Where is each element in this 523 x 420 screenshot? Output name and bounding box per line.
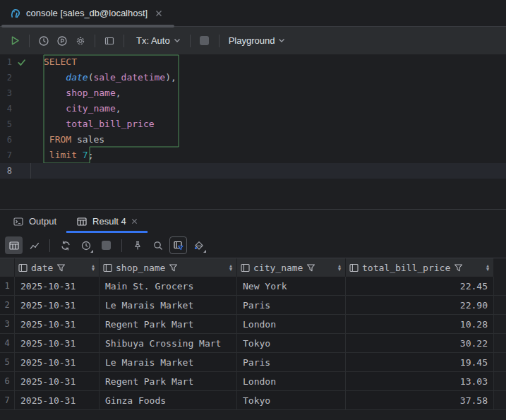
run-query-button[interactable] <box>6 32 24 50</box>
row-number[interactable]: 3 <box>0 315 15 333</box>
column-header-date[interactable]: date ▴▾ <box>15 258 100 277</box>
table-cell[interactable]: Le Marais Market <box>100 296 237 314</box>
editor-line[interactable]: 1SELECT <box>0 54 506 70</box>
playground-dropdown[interactable]: Playground <box>224 32 290 50</box>
table-row[interactable]: 32025-10-31Regent Park MartLondon10.28 <box>0 315 506 334</box>
row-number[interactable]: 7 <box>0 391 15 409</box>
table-cell[interactable]: 2025-10-31 <box>15 353 100 371</box>
editor-line[interactable]: 6 FROM sales <box>0 132 506 148</box>
editor-line[interactable]: 2 date(sale_datetime), <box>0 70 506 85</box>
pin-tab-button[interactable] <box>128 236 146 254</box>
table-cell[interactable]: 2025-10-31 <box>15 334 100 352</box>
table-cell[interactable]: New York <box>237 277 346 295</box>
table-cell[interactable]: 22.90 <box>346 296 494 314</box>
table-cell[interactable]: Paris <box>237 353 346 371</box>
sort-toggle-icon[interactable]: ▴▾ <box>229 264 232 271</box>
table-row[interactable]: 52025-10-31Le Marais MarketParis19.45 <box>0 353 506 372</box>
table-cell[interactable]: London <box>237 315 346 333</box>
parameters-button[interactable] <box>53 32 71 50</box>
close-tab-icon[interactable] <box>155 10 162 17</box>
table-cell[interactable]: 37.58 <box>346 391 494 409</box>
table-row[interactable]: 62025-10-31Regent Park MartLondon13.03 <box>0 372 506 391</box>
tab-output[interactable]: Output <box>3 210 66 233</box>
table-cell[interactable]: 22.45 <box>346 277 494 295</box>
row-number[interactable]: 4 <box>0 334 15 352</box>
tab-result-4[interactable]: Result 4 <box>66 210 148 233</box>
table-cell[interactable]: Ginza Foods <box>100 391 237 409</box>
close-tab-icon[interactable] <box>131 218 138 224</box>
column-header-total-bill-price[interactable]: total_bill_price ▴▾ <box>346 258 494 277</box>
find-button[interactable] <box>149 236 167 254</box>
grid-view-button[interactable] <box>5 236 23 254</box>
tx-mode-dropdown[interactable]: Tx: Auto <box>132 32 185 50</box>
table-cell[interactable]: 2025-10-31 <box>15 296 100 314</box>
toolbar-separator <box>124 35 124 47</box>
table-cell[interactable]: 2025-10-31 <box>15 315 100 333</box>
editor-line[interactable]: 3 shop_name, <box>0 85 506 101</box>
chart-view-button[interactable] <box>25 236 43 254</box>
filter-button[interactable] <box>169 236 187 254</box>
row-filler <box>494 391 506 409</box>
table-row[interactable]: 12025-10-31Main St. GrocersNew York22.45 <box>0 277 506 296</box>
query-history-button[interactable] <box>35 32 53 50</box>
appearance-button[interactable] <box>190 236 208 254</box>
table-cell[interactable]: London <box>237 372 346 390</box>
table-cell[interactable]: 10.28 <box>346 315 494 333</box>
settings-button[interactable] <box>71 32 90 50</box>
console-tab[interactable]: console [sales_db@localhost] <box>0 0 169 26</box>
column-header-shop-name[interactable]: shop_name ▴▾ <box>100 258 237 277</box>
editor-line[interactable]: 4 city_name, <box>0 101 506 116</box>
column-label: date <box>31 263 53 273</box>
filter-funnel-icon[interactable] <box>454 263 463 272</box>
table-cell[interactable]: Regent Park Mart <box>100 315 237 333</box>
table-cell[interactable]: Paris <box>237 296 346 314</box>
column-header-city-name[interactable]: city_name ▴▾ <box>237 258 346 277</box>
row-number[interactable]: 1 <box>0 277 15 295</box>
row-number[interactable]: 2 <box>0 296 15 314</box>
table-row[interactable]: 42025-10-31Shibuya Crossing MartTokyo30.… <box>0 334 506 353</box>
table-cell[interactable]: Shibuya Crossing Mart <box>100 334 237 352</box>
editor-line[interactable]: 5 total_bill_price <box>0 116 506 132</box>
column-label: city_name <box>253 263 303 273</box>
filter-funnel-icon[interactable] <box>169 263 178 272</box>
row-filler <box>494 334 506 352</box>
dropdown-corner <box>203 250 206 253</box>
tab-result-label: Result 4 <box>92 216 126 227</box>
terminal-icon <box>13 216 24 227</box>
table-cell[interactable]: 13.03 <box>346 372 494 390</box>
ide-window: console [sales_db@localhost] <box>0 0 506 420</box>
table-row[interactable]: 72025-10-31Ginza FoodsTokyo37.58 <box>0 391 506 410</box>
table-cell[interactable]: Le Marais Market <box>100 353 237 371</box>
table-cell[interactable]: Tokyo <box>237 391 346 409</box>
table-cell[interactable]: 2025-10-31 <box>15 372 100 390</box>
sort-toggle-icon[interactable]: ▴▾ <box>92 264 95 271</box>
table-cell[interactable]: Tokyo <box>237 334 346 352</box>
editor-line[interactable]: 7 limit 7; <box>0 148 506 163</box>
sql-editor[interactable]: 1SELECT2 date(sale_datetime),3 shop_name… <box>0 54 506 209</box>
row-number[interactable]: 6 <box>0 372 15 390</box>
editor-line[interactable]: 8 <box>0 163 506 179</box>
table-cell[interactable]: 2025-10-31 <box>15 391 100 409</box>
table-cell[interactable]: 30.22 <box>346 334 494 352</box>
statement-success-check-icon[interactable] <box>17 58 26 67</box>
table-cell[interactable]: 19.45 <box>346 353 494 371</box>
filter-funnel-icon[interactable] <box>306 263 315 272</box>
table-row[interactable]: 22025-10-31Le Marais MarketParis22.90 <box>0 296 506 315</box>
grid-header-row: date ▴▾ shop_name ▴▾ city_name ▴▾ total_… <box>0 258 506 277</box>
sort-toggle-icon[interactable]: ▴▾ <box>338 264 341 271</box>
dropdown-corner <box>90 250 93 253</box>
stop-square-icon <box>200 36 209 45</box>
tab-scrollbar-thumb[interactable] <box>1 25 174 28</box>
toolbar-separator <box>29 35 30 47</box>
row-number[interactable]: 5 <box>0 353 15 371</box>
filter-funnel-icon[interactable] <box>56 263 66 272</box>
grid-corner-cell[interactable] <box>0 258 15 277</box>
reload-button[interactable] <box>56 236 74 254</box>
editor-gutter: 1 <box>0 54 44 70</box>
table-cell[interactable]: Regent Park Mart <box>100 372 237 390</box>
sort-toggle-icon[interactable]: ▴▾ <box>486 264 489 271</box>
table-cell[interactable]: 2025-10-31 <box>15 277 100 295</box>
console-view-button[interactable] <box>100 32 119 50</box>
auto-refresh-button[interactable] <box>77 236 95 254</box>
table-cell[interactable]: Main St. Grocers <box>100 277 237 295</box>
